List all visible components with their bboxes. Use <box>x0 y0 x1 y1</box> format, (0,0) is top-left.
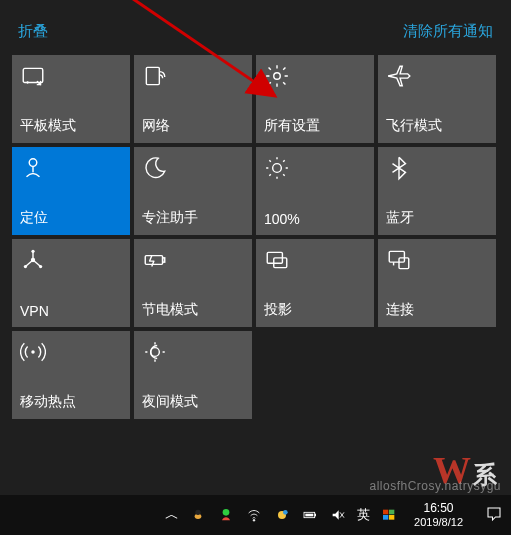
svg-rect-37 <box>389 515 394 520</box>
svg-line-12 <box>25 260 33 267</box>
tray-app-icon-2[interactable] <box>217 506 235 524</box>
clear-all-link[interactable]: 清除所有通知 <box>403 22 493 41</box>
quick-action-brightness[interactable]: 100% <box>256 147 374 235</box>
quick-action-label: 飞行模式 <box>386 117 442 135</box>
quick-action-battery[interactable]: 节电模式 <box>134 239 252 327</box>
moon-icon <box>142 155 170 183</box>
quick-action-connect[interactable]: 连接 <box>378 239 496 327</box>
quick-action-label: VPN <box>20 303 49 319</box>
connect-icon <box>386 247 414 275</box>
svg-point-2 <box>27 82 28 83</box>
quick-action-network[interactable]: 网络 <box>134 55 252 143</box>
action-center-header: 折叠 清除所有通知 <box>10 0 501 55</box>
quick-action-label: 100% <box>264 211 300 227</box>
taskbar-clock[interactable]: 16:50 2019/8/12 <box>414 501 463 529</box>
volume-tray-icon[interactable] <box>329 506 347 524</box>
svg-point-24 <box>195 510 200 515</box>
quick-action-airplane[interactable]: 飞行模式 <box>378 55 496 143</box>
svg-rect-36 <box>383 515 388 520</box>
quick-action-label: 节电模式 <box>142 301 198 319</box>
quick-action-location[interactable]: 定位 <box>12 147 130 235</box>
battery-tray-icon[interactable] <box>301 506 319 524</box>
svg-point-26 <box>253 520 255 522</box>
quick-actions-grid: 平板模式网络所有设置飞行模式定位专注助手100%蓝牙VPN节电模式投影连接移动热… <box>10 55 501 419</box>
svg-rect-3 <box>146 67 159 84</box>
svg-rect-18 <box>389 251 404 262</box>
ime-tray-icon[interactable]: 英 <box>357 506 370 524</box>
tray-overflow-chevron[interactable]: ︿ <box>165 506 179 524</box>
quick-action-tablet[interactable]: 平板模式 <box>12 55 130 143</box>
network-icon <box>142 63 170 91</box>
quick-action-bluetooth[interactable]: 蓝牙 <box>378 147 496 235</box>
quick-action-label: 蓝牙 <box>386 209 414 227</box>
svg-point-25 <box>223 509 230 516</box>
quick-action-label: 平板模式 <box>20 117 76 135</box>
tray-app-icon-3[interactable] <box>273 506 291 524</box>
svg-point-6 <box>273 164 282 173</box>
tray-app-icon-1[interactable] <box>189 506 207 524</box>
svg-point-5 <box>29 159 37 167</box>
windows-flag-icon[interactable] <box>380 506 398 524</box>
svg-rect-35 <box>389 510 394 515</box>
action-center-tray-icon[interactable] <box>485 505 505 525</box>
quick-action-label: 夜间模式 <box>142 393 198 411</box>
nightlight-icon <box>142 339 170 367</box>
brightness-icon <box>264 155 292 183</box>
system-tray: ︿ 英 16:50 2019/8/ <box>165 501 505 529</box>
wifi-tray-icon[interactable] <box>245 506 263 524</box>
svg-point-21 <box>31 350 34 353</box>
quick-action-label: 网络 <box>142 117 170 135</box>
quick-action-moon[interactable]: 专注助手 <box>134 147 252 235</box>
quick-action-vpn[interactable]: VPN <box>12 239 130 327</box>
collapse-link[interactable]: 折叠 <box>18 22 48 41</box>
svg-point-4 <box>274 73 281 80</box>
hotspot-icon <box>20 339 48 367</box>
svg-point-28 <box>283 510 288 515</box>
svg-rect-14 <box>145 256 162 265</box>
svg-rect-30 <box>315 514 316 517</box>
svg-rect-15 <box>163 258 165 262</box>
quick-action-settings[interactable]: 所有设置 <box>256 55 374 143</box>
location-icon <box>20 155 48 183</box>
action-center-panel: 折叠 清除所有通知 平板模式网络所有设置飞行模式定位专注助手100%蓝牙VPN节… <box>10 0 501 495</box>
quick-action-label: 投影 <box>264 301 292 319</box>
svg-line-13 <box>33 260 41 267</box>
quick-action-label: 移动热点 <box>20 393 76 411</box>
svg-rect-34 <box>383 510 388 515</box>
svg-rect-31 <box>305 514 313 517</box>
project-icon <box>264 247 292 275</box>
quick-action-label: 定位 <box>20 209 48 227</box>
airplane-icon <box>386 63 414 91</box>
vpn-icon <box>20 247 48 275</box>
quick-action-hotspot[interactable]: 移动热点 <box>12 331 130 419</box>
quick-action-project[interactable]: 投影 <box>256 239 374 327</box>
battery-icon <box>142 247 170 275</box>
svg-rect-1 <box>23 68 43 82</box>
settings-icon <box>264 63 292 91</box>
quick-action-nightlight[interactable]: 夜间模式 <box>134 331 252 419</box>
taskbar: ︿ 英 16:50 2019/8/ <box>0 495 511 535</box>
quick-action-label: 连接 <box>386 301 414 319</box>
tablet-icon <box>20 63 48 91</box>
bluetooth-icon <box>386 155 414 183</box>
quick-action-label: 专注助手 <box>142 209 198 227</box>
quick-action-label: 所有设置 <box>264 117 320 135</box>
